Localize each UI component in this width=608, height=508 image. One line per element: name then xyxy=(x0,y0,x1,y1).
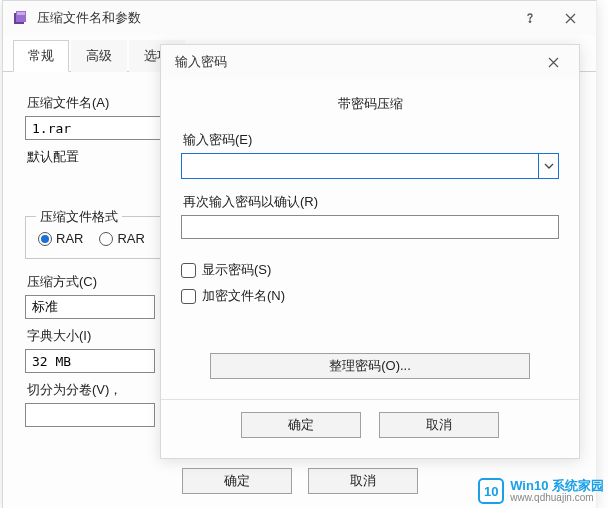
organize-passwords-button[interactable]: 整理密码(O)... xyxy=(210,353,530,379)
radio-dot-icon xyxy=(99,232,113,246)
format-legend: 压缩文件格式 xyxy=(36,208,122,226)
tab-advanced[interactable]: 高级 xyxy=(71,40,127,72)
watermark-line1: Win10 系统家园 xyxy=(510,479,604,493)
checkbox-box-icon xyxy=(181,263,196,278)
svg-rect-2 xyxy=(17,12,25,15)
pw-enter-combo[interactable] xyxy=(181,153,559,179)
main-titlebar: 压缩文件名和参数 xyxy=(3,1,596,35)
split-input[interactable] xyxy=(25,403,155,427)
format-option-label: RAR xyxy=(56,231,83,246)
show-password-label: 显示密码(S) xyxy=(202,261,271,279)
pw-heading: 带密码压缩 xyxy=(181,95,559,113)
pw-enter-label: 输入密码(E) xyxy=(183,131,559,149)
main-cancel-button[interactable]: 取消 xyxy=(308,468,418,494)
pw-body: 带密码压缩 输入密码(E) 再次输入密码以确认(R) 显示密码(S) 加密文件名… xyxy=(161,79,579,389)
encrypt-names-checkbox[interactable]: 加密文件名(N) xyxy=(181,287,559,305)
format-radio-rar[interactable]: RAR xyxy=(38,231,83,246)
show-password-checkbox[interactable]: 显示密码(S) xyxy=(181,261,559,279)
tab-general[interactable]: 常规 xyxy=(13,40,69,72)
method-select[interactable] xyxy=(25,295,155,319)
pw-cancel-button[interactable]: 取消 xyxy=(379,412,499,438)
pw-enter-input[interactable] xyxy=(182,154,538,178)
dict-select[interactable] xyxy=(25,349,155,373)
app-icon xyxy=(11,9,29,27)
pw-confirm-input[interactable] xyxy=(181,215,559,239)
encrypt-names-label: 加密文件名(N) xyxy=(202,287,285,305)
format-option-label: RAR xyxy=(117,231,144,246)
help-button[interactable] xyxy=(510,4,550,32)
main-ok-button[interactable]: 确定 xyxy=(182,468,292,494)
pw-dropdown-button[interactable] xyxy=(538,154,558,178)
watermark-logo: 10 xyxy=(478,478,504,504)
radio-dot-icon xyxy=(38,232,52,246)
watermark: 10 Win10 系统家园 www.qdhuajin.com xyxy=(478,478,604,504)
pw-close-button[interactable] xyxy=(533,48,573,76)
pw-ok-button[interactable]: 确定 xyxy=(241,412,361,438)
watermark-text: Win10 系统家园 www.qdhuajin.com xyxy=(510,479,604,503)
watermark-line2: www.qdhuajin.com xyxy=(510,493,604,504)
pw-confirm-label: 再次输入密码以确认(R) xyxy=(183,193,559,211)
close-button[interactable] xyxy=(550,4,590,32)
pw-titlebar: 输入密码 xyxy=(161,45,579,79)
main-window-title: 压缩文件名和参数 xyxy=(37,9,510,27)
format-radio-rar4[interactable]: RAR xyxy=(99,231,144,246)
svg-point-3 xyxy=(529,21,531,23)
password-dialog: 输入密码 带密码压缩 输入密码(E) 再次输入密码以确认(R) 显示密码(S) … xyxy=(160,44,580,459)
pw-dialog-buttons: 确定 取消 xyxy=(161,399,579,452)
pw-window-title: 输入密码 xyxy=(169,53,533,71)
checkbox-box-icon xyxy=(181,289,196,304)
